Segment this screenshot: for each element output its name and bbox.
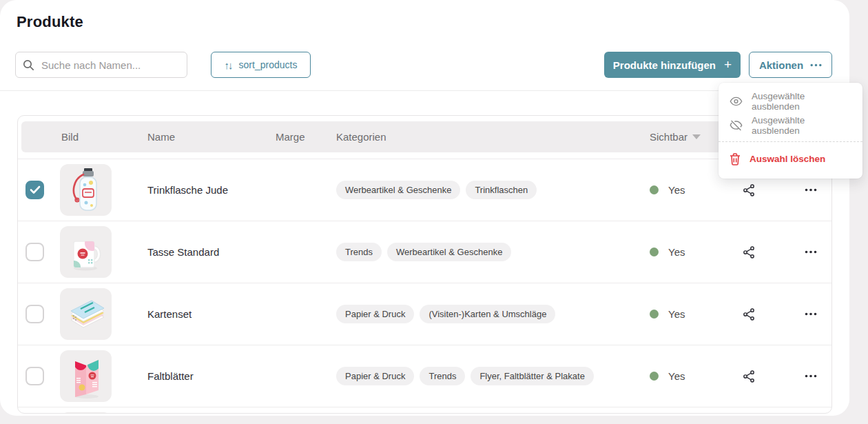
table-row (18, 407, 831, 414)
visible-status: Yes (637, 308, 727, 320)
product-name: Tasse Standard (147, 246, 276, 258)
trash-icon (730, 153, 741, 165)
product-image-card-set (60, 288, 112, 340)
row-checkbox[interactable] (25, 367, 44, 385)
visible-status: Yes (637, 184, 727, 196)
visible-status: Yes (637, 246, 727, 258)
menu-item-label: Ausgewählte ausblenden (752, 115, 851, 136)
visible-dot-icon (650, 248, 659, 256)
actions-button-label: Aktionen (759, 59, 803, 71)
sort-arrows-icon: ↑↓ (225, 59, 232, 71)
column-header-name: Name (147, 131, 276, 143)
product-name: Faltblätter (147, 370, 276, 382)
product-tags: Papier & Druck (Visiten-)Karten & Umschl… (336, 305, 637, 323)
category-tag: Trends (420, 367, 465, 385)
menu-item-label: Ausgewählte ausblenden (752, 91, 851, 112)
add-products-button[interactable]: Produkte hinzufügen + (604, 52, 741, 78)
sort-button-label: sort_products (239, 59, 298, 70)
category-tag: Papier & Druck (336, 305, 414, 323)
product-tags: Werbeartikel & Geschenke Trinkflaschen (336, 181, 637, 199)
row-menu-button[interactable] (770, 250, 831, 254)
actions-button[interactable]: Aktionen (749, 52, 832, 78)
menu-divider (719, 141, 862, 142)
product-image-placeholder (60, 412, 112, 414)
sort-descending-icon (692, 134, 701, 139)
visible-status: Yes (637, 370, 727, 382)
page-title: Produkte (17, 13, 83, 31)
eye-off-icon (730, 120, 743, 131)
add-button-label: Produkte hinzufügen (613, 59, 716, 71)
column-header-visible[interactable]: Sichtbar (637, 131, 727, 143)
eye-icon (730, 97, 743, 106)
sort-products-button[interactable]: ↑↓ sort_products (211, 52, 311, 78)
table-header-row: Bild Name Marge Kategorien Sichtbar (21, 121, 828, 152)
search-input[interactable] (40, 59, 180, 72)
row-menu-button[interactable] (770, 188, 831, 192)
product-image-water-bottle (60, 164, 112, 216)
product-image-mug (60, 226, 112, 278)
category-tag: (Visiten-)Karten & Umschläge (420, 305, 555, 323)
product-tags: Trends Werbeartikel & Geschenke (336, 243, 637, 261)
menu-item-hide-selected[interactable]: Ausgewählte ausblenden (719, 113, 862, 137)
visible-dot-icon (650, 185, 659, 194)
column-header-categories: Kategorien (336, 131, 637, 143)
visible-dot-icon (650, 372, 659, 381)
category-tag: Werbeartikel & Geschenke (336, 181, 460, 199)
products-table: Bild Name Marge Kategorien Sichtbar (17, 115, 832, 414)
row-checkbox[interactable] (25, 305, 44, 323)
actions-dropdown-menu: Ausgewählte ausblenden Ausgewählte ausbl… (719, 83, 862, 179)
table-row: Trinkflasche Jude Werbeartikel & Geschen… (18, 159, 831, 221)
plus-icon: + (724, 57, 732, 72)
share-button[interactable] (727, 307, 770, 321)
product-tags: Papier & Druck Trends Flyer, Faltblätter… (336, 367, 637, 385)
product-name: Kartenset (147, 308, 276, 320)
category-tag: Papier & Druck (336, 367, 414, 385)
column-header-image: Bild (59, 131, 147, 143)
table-row: Tasse Standard Trends Werbeartikel & Ges… (18, 221, 831, 283)
row-menu-button[interactable] (770, 374, 831, 378)
search-icon (23, 59, 34, 71)
product-name: Trinkflasche Jude (147, 184, 276, 196)
menu-item-label: Auswahl löschen (750, 154, 825, 164)
category-tag: Trends (336, 243, 382, 261)
row-menu-button[interactable] (770, 312, 831, 316)
category-tag: Trinkflaschen (466, 181, 537, 199)
search-input-wrapper (15, 52, 187, 78)
visible-dot-icon (650, 310, 659, 319)
ellipsis-icon (810, 63, 822, 67)
table-row: Kartenset Papier & Druck (Visiten-)Karte… (18, 283, 831, 345)
share-button[interactable] (727, 245, 770, 259)
column-header-margin: Marge (276, 131, 336, 143)
menu-item-show-selected[interactable]: Ausgewählte ausblenden (719, 89, 862, 113)
row-checkbox[interactable] (25, 243, 44, 261)
share-button[interactable] (727, 183, 770, 197)
menu-item-delete-selection[interactable]: Auswahl löschen (719, 147, 862, 171)
share-button[interactable] (727, 370, 770, 383)
product-image-leaflet (60, 350, 112, 402)
category-tag: Werbeartikel & Geschenke (387, 243, 511, 261)
table-row: Faltblätter Papier & Druck Trends Flyer,… (18, 345, 831, 407)
row-checkbox[interactable] (25, 181, 44, 199)
main-content-card: Produkte ↑↓ sort_products Produkte hinzu… (0, 0, 849, 416)
category-tag: Flyer, Faltblätter & Plakate (471, 367, 593, 385)
